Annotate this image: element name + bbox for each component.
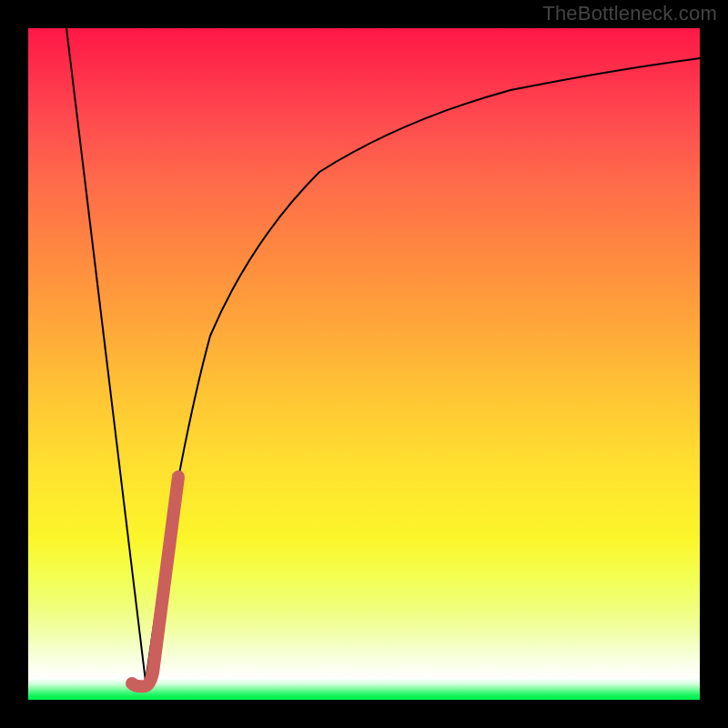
chart-frame: TheBottleneck.com — [0, 0, 728, 728]
watermark-text: TheBottleneck.com — [542, 2, 717, 25]
right-growth-curve — [146, 58, 700, 682]
highlight-j-stroke — [132, 477, 178, 686]
curves-layer — [28, 28, 700, 700]
plot-area — [28, 28, 700, 700]
left-descent-line — [66, 28, 146, 682]
